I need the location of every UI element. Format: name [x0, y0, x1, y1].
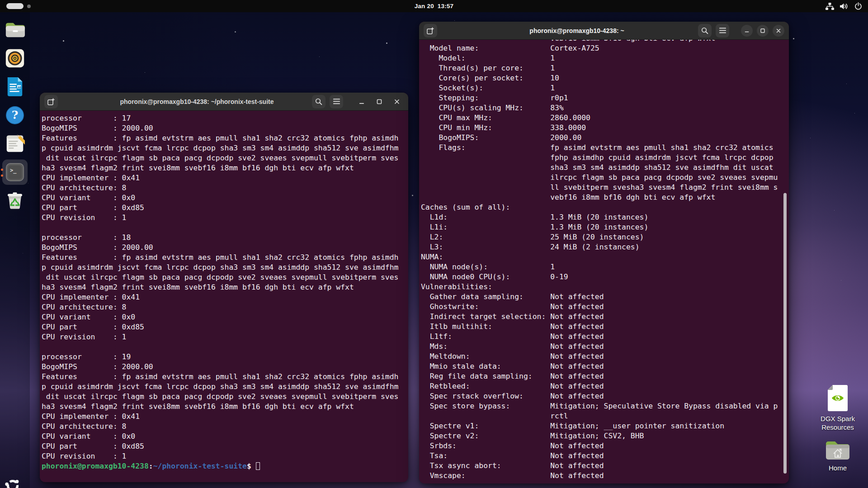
power-icon [854, 2, 862, 10]
running-window-dot [1, 174, 3, 177]
workspace-pill-active [6, 3, 24, 9]
network-icon [826, 3, 834, 10]
workspace-indicator[interactable] [6, 3, 31, 9]
svg-text:>_: >_ [10, 167, 17, 174]
running-window-dot [1, 169, 3, 171]
volume-icon [840, 3, 849, 10]
ubuntu-logo-icon [5, 478, 21, 488]
terminal-content[interactable]: vebf16 i8mm bf16 dgh bti ecv afp wfxt Mo… [419, 40, 789, 483]
workspace-dot [27, 5, 31, 8]
menu-button[interactable] [716, 24, 729, 38]
text-editor-icon [5, 134, 25, 153]
minimize-icon [358, 98, 365, 105]
new-tab-button[interactable] [424, 24, 437, 38]
close-button[interactable] [390, 95, 404, 108]
window-title: phoronix@promaxgb10-4238: ~/phoronix-tes… [94, 98, 300, 105]
titlebar[interactable]: phoronix@promaxgb10-4238: ~ [419, 22, 789, 40]
terminal-cursor [256, 462, 260, 470]
search-button[interactable] [312, 95, 326, 108]
close-button[interactable] [773, 25, 784, 37]
window-title: phoronix@promaxgb10-4238: ~ [473, 27, 680, 34]
dock-item-files[interactable] [5, 19, 25, 40]
libreoffice-writer-icon [5, 76, 24, 97]
terminal-output: processor : 17 BogoMIPS : 2000.00 Featur… [42, 113, 408, 461]
system-tray[interactable] [826, 0, 862, 12]
clock[interactable]: Jan 20 13:57 [415, 3, 454, 9]
terminal-window-phoronix-test-suite: phoronix@promaxgb10-4238: ~/phoronix-tes… [40, 93, 408, 482]
minimize-button[interactable] [741, 25, 753, 37]
dock-item-help[interactable]: ? [5, 105, 25, 126]
scrollbar-thumb[interactable] [783, 193, 787, 474]
close-icon [393, 98, 401, 105]
files-icon [5, 21, 25, 39]
prompt-path: ~/phoronix-test-suite [153, 462, 247, 470]
terminal-icon: >_ [5, 162, 25, 182]
help-icon: ? [5, 105, 25, 125]
minimize-button[interactable] [355, 95, 368, 108]
hamburger-menu-icon [333, 99, 340, 104]
search-button[interactable] [698, 24, 712, 38]
new-tab-button[interactable] [44, 95, 58, 108]
nvidia-document-icon [827, 385, 848, 412]
desktop-icon-home[interactable]: Home [815, 439, 860, 472]
music-player-icon [5, 48, 25, 68]
search-icon [701, 27, 708, 34]
trash-icon [5, 191, 25, 211]
dock-item-libreoffice-writer[interactable] [5, 76, 25, 97]
titlebar[interactable]: phoronix@promaxgb10-4238: ~/phoronix-tes… [40, 93, 408, 111]
hamburger-menu-icon [719, 28, 726, 33]
shell-prompt: phoronix@promaxgb10-4238:~/phoronix-test… [42, 461, 408, 471]
minimize-icon [744, 28, 750, 34]
terminal-window-home: phoronix@promaxgb10-4238: ~ [419, 22, 789, 483]
home-folder-icon [825, 439, 851, 461]
dock-item-terminal[interactable]: >_ [5, 162, 25, 183]
top-bar: Jan 20 13:57 [0, 0, 868, 12]
search-icon [315, 98, 322, 105]
svg-text:?: ? [12, 108, 19, 122]
dock-item-text-editor[interactable] [5, 133, 25, 154]
maximize-button[interactable] [373, 95, 386, 108]
show-apps-button[interactable] [4, 477, 21, 488]
dock-item-trash[interactable] [5, 190, 25, 211]
maximize-icon [376, 98, 383, 105]
desktop-icon-label: Home [829, 464, 847, 472]
dock-item-music-player[interactable] [5, 48, 25, 69]
dock: ? >_ [0, 12, 30, 488]
desktop-icon-label: DGX Spark Resources [815, 414, 860, 432]
desktop-icon-dgx-spark-resources[interactable]: DGX Spark Resources [815, 385, 860, 432]
prompt-user-host: phoronix@promaxgb10-4238 [42, 462, 149, 470]
terminal-output: vebf16 i8mm bf16 dgh bti ecv afp wfxt Mo… [421, 40, 789, 481]
maximize-icon [760, 28, 766, 34]
maximize-button[interactable] [757, 25, 769, 37]
menu-button[interactable] [330, 95, 343, 108]
terminal-content[interactable]: processor : 17 BogoMIPS : 2000.00 Featur… [40, 111, 408, 482]
new-tab-icon [47, 98, 55, 106]
new-tab-icon [426, 27, 434, 35]
close-icon [775, 28, 782, 34]
